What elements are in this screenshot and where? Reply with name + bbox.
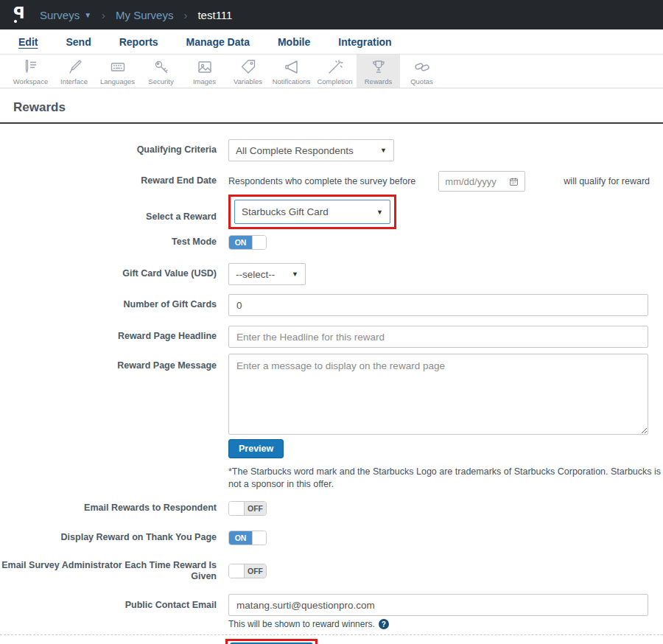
- reward-page-message-label: Reward Page Message: [0, 354, 228, 372]
- toolbar-item-interface[interactable]: Interface: [52, 55, 96, 88]
- row-email-admin: Email Survey Administrator Each Time Rew…: [0, 560, 663, 583]
- helper-text: This will be shown to reward winners.: [228, 619, 375, 629]
- breadcrumb-my-surveys[interactable]: My Surveys: [116, 9, 173, 21]
- row-preview: Preview: [0, 439, 663, 458]
- reward-page-message-textarea[interactable]: [228, 354, 648, 435]
- tab-mobile[interactable]: Mobile: [278, 36, 310, 48]
- row-select-reward: Select a Reward Starbucks Gift Card ▼: [0, 195, 663, 229]
- starbucks-disclaimer-text: *The Starbucks word mark and the Starbuc…: [228, 466, 663, 491]
- row-email-rewards: Email Rewards to Respondent OFF: [0, 501, 663, 516]
- end-date-prefix-text: Respondents who complete the survey befo…: [228, 176, 415, 186]
- edit-section-toolbar: Workspace Interface Languages Security I…: [0, 55, 663, 88]
- tab-reports[interactable]: Reports: [119, 36, 158, 48]
- preview-button[interactable]: Preview: [228, 439, 284, 458]
- gift-card-value-select[interactable]: --select-- ▼: [228, 263, 306, 285]
- image-icon: [196, 58, 214, 76]
- display-reward-label: Display Reward on Thank You Page: [0, 532, 228, 544]
- toggle-knob: [252, 236, 266, 249]
- annotation-red-box-save: Save Changes: [225, 639, 318, 644]
- gift-card-value-label: Gift Card Value (USD): [0, 268, 228, 280]
- main-tab-bar: Edit Send Reports Manage Data Mobile Int…: [0, 29, 663, 55]
- toggle-knob: [229, 502, 245, 515]
- row-display-reward: Display Reward on Thank You Page ON: [0, 531, 663, 545]
- display-reward-toggle[interactable]: ON: [228, 531, 267, 545]
- calendar-icon[interactable]: [509, 177, 519, 186]
- dropdown-arrow-icon: ▼: [376, 209, 383, 216]
- tab-integration[interactable]: Integration: [338, 36, 391, 48]
- end-date-input[interactable]: mm/dd/yyyy: [438, 171, 525, 192]
- page-title: Rewards: [13, 100, 650, 115]
- rewards-form: Qualifying Criteria All Complete Respond…: [0, 124, 663, 644]
- reward-page-headline-input[interactable]: [228, 326, 648, 348]
- dropdown-arrow-icon: ▼: [380, 147, 387, 154]
- test-mode-toggle[interactable]: ON: [228, 235, 267, 250]
- public-contact-email-input[interactable]: [228, 594, 648, 616]
- tab-edit[interactable]: Edit: [18, 36, 38, 48]
- toggle-knob: [252, 531, 266, 545]
- select-reward-select[interactable]: Starbucks Gift Card ▼: [234, 200, 390, 224]
- email-rewards-toggle[interactable]: OFF: [228, 501, 267, 516]
- help-question-icon[interactable]: ?: [379, 619, 389, 629]
- email-admin-label: Email Survey Administrator Each Time Rew…: [0, 560, 228, 583]
- row-gift-card-value: Gift Card Value (USD) --select-- ▼: [0, 263, 663, 285]
- select-reward-label: Select a Reward: [0, 200, 228, 223]
- toolbar-item-security[interactable]: Security: [139, 55, 183, 88]
- questionpro-logo-icon[interactable]: P: [10, 5, 29, 24]
- tab-manage-data[interactable]: Manage Data: [186, 36, 250, 48]
- toolbar-item-variables[interactable]: Variables: [226, 55, 270, 88]
- paintbrush-icon: [66, 58, 83, 76]
- magic-wand-icon: [326, 58, 344, 76]
- row-reward-page-message: Reward Page Message: [0, 354, 663, 435]
- toolbar-item-quotas[interactable]: Quotas: [400, 55, 443, 88]
- qualifying-criteria-select[interactable]: All Complete Respondents ▼: [228, 139, 394, 161]
- row-reward-end-date: Reward End Date Respondents who complete…: [0, 171, 663, 192]
- trophy-icon: [370, 58, 387, 76]
- breadcrumb-separator-icon: ›: [183, 9, 187, 21]
- pen-list-icon: [22, 58, 40, 76]
- megaphone-icon: [283, 58, 301, 76]
- dropdown-arrow-icon: ▼: [292, 270, 298, 278]
- toolbar-item-completion[interactable]: Completion: [313, 55, 357, 88]
- toolbar-item-rewards[interactable]: Rewards: [357, 55, 400, 88]
- toolbar-item-languages[interactable]: Languages: [96, 55, 139, 88]
- email-rewards-label: Email Rewards to Respondent: [0, 503, 228, 514]
- toolbar-item-images[interactable]: Images: [183, 55, 226, 88]
- row-public-contact-email: Public Contact Email This will be shown …: [0, 594, 663, 629]
- row-reward-page-headline: Reward Page Headline: [0, 326, 663, 348]
- chevron-down-icon[interactable]: ▼: [84, 11, 91, 19]
- tag-icon: [239, 58, 257, 76]
- row-test-mode: Test Mode ON: [0, 235, 663, 250]
- row-qualifying-criteria: Qualifying Criteria All Complete Respond…: [0, 139, 663, 161]
- reward-end-date-label: Reward End Date: [0, 175, 228, 187]
- reward-page-headline-label: Reward Page Headline: [0, 331, 228, 343]
- key-icon: [152, 58, 170, 76]
- keyboard-icon: [109, 58, 127, 76]
- chain-links-icon: [413, 58, 431, 76]
- public-email-helper: This will be shown to reward winners. ?: [228, 619, 389, 629]
- public-contact-email-label: Public Contact Email: [0, 594, 228, 612]
- qualifying-criteria-label: Qualifying Criteria: [0, 144, 228, 156]
- tab-send[interactable]: Send: [66, 36, 91, 48]
- breadcrumb-survey-name: test111: [197, 9, 232, 21]
- number-of-gift-cards-label: Number of Gift Cards: [0, 299, 228, 311]
- annotation-red-box-select-reward: Starbucks Gift Card ▼: [228, 195, 396, 229]
- row-disclaimer: *The Starbucks word mark and the Starbuc…: [0, 466, 663, 491]
- breadcrumb-separator-icon: ›: [102, 9, 105, 21]
- end-date-suffix-text: will qualify for reward: [564, 176, 650, 186]
- toolbar-item-notifications[interactable]: Notifications: [270, 55, 313, 88]
- test-mode-label: Test Mode: [0, 237, 228, 248]
- footer-divider: [0, 634, 663, 635]
- number-of-gift-cards-input[interactable]: [228, 294, 648, 316]
- row-save: Save Changes: [0, 639, 663, 644]
- email-admin-toggle[interactable]: OFF: [228, 564, 267, 578]
- toggle-knob: [229, 564, 245, 578]
- toolbar-item-workspace[interactable]: Workspace: [9, 55, 52, 88]
- row-number-of-gift-cards: Number of Gift Cards: [0, 294, 663, 316]
- top-navigation-bar: P Surveys ▼ › My Surveys › test111: [0, 0, 663, 29]
- breadcrumb-surveys[interactable]: Surveys: [40, 9, 80, 21]
